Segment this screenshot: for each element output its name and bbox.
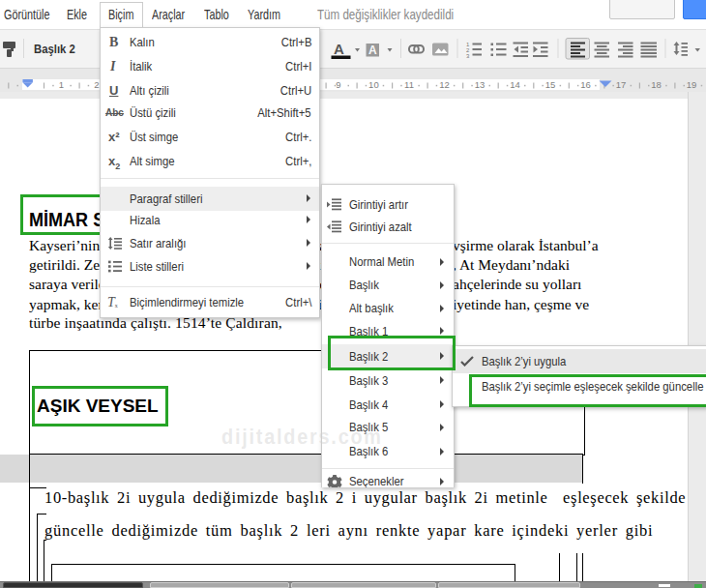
svg-text:11: 11 (404, 79, 414, 90)
svg-text:18: 18 (651, 79, 662, 90)
svg-text:9: 9 (336, 79, 340, 90)
svg-text:16: 16 (580, 79, 591, 90)
svg-text:A: A (334, 41, 344, 57)
svg-text:1: 1 (59, 79, 64, 90)
svg-text:19: 19 (687, 79, 697, 90)
svg-text:14: 14 (510, 79, 520, 90)
svg-text:17: 17 (616, 79, 627, 90)
svg-text:13: 13 (475, 79, 485, 90)
svg-text:10: 10 (368, 79, 379, 90)
svg-text:2: 2 (94, 79, 99, 90)
svg-text:15: 15 (545, 79, 556, 90)
svg-text:3: 3 (466, 53, 470, 59)
svg-text:A: A (368, 44, 377, 57)
svg-text:12: 12 (439, 79, 450, 90)
